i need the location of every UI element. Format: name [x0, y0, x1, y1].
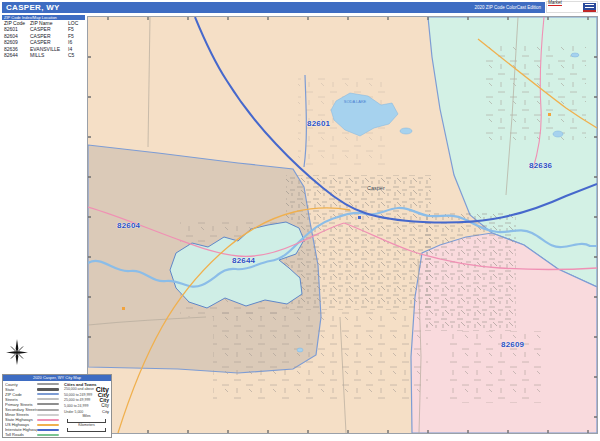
lake-label-soda-lake: SODA LAKE: [343, 100, 367, 105]
logo-badge-icon: [583, 3, 596, 12]
miles-scale-bar: [67, 419, 106, 424]
legend-item: Toll Roads: [5, 432, 62, 437]
line-sample: [37, 383, 59, 385]
logo-market-text: Market: [548, 0, 562, 6]
page-title: CASPER, WY: [6, 3, 60, 12]
streets-texture-south: [213, 310, 428, 402]
streets-texture-northeast: [486, 45, 586, 140]
title-bar: CASPER, WY 2020 ZIP Code ColorCast Editi…: [2, 2, 545, 13]
zip-label-82644: 82644: [232, 256, 255, 265]
line-sample: [37, 388, 59, 391]
table-row: 82644 MILLS C5: [2, 52, 85, 58]
legend-cities-column: Cities and Towns 250,000 and aboveCity 5…: [62, 382, 109, 438]
line-sample: [37, 414, 59, 416]
line-sample: [37, 393, 59, 395]
zip-label-82609: 82609: [501, 340, 524, 349]
scale-bars: Miles Kilometers: [64, 415, 109, 432]
zip-label-82636: 82636: [529, 161, 552, 170]
legend-line-symbols: County State ZIP Code Streets Primary St…: [5, 382, 62, 438]
publisher-logo: Market MAPS: [546, 1, 598, 13]
zip-label-82604: 82604: [117, 221, 140, 230]
edition-label: 2020 ZIP Code ColorCast Edition: [475, 5, 541, 10]
line-sample: [37, 403, 59, 405]
line-sample: [37, 398, 59, 400]
streets-texture-center: [286, 175, 431, 310]
streets-texture-southeast: [450, 331, 542, 403]
zip-code-index: ZIP Code Index/Map Location ZIP Code ZIP…: [2, 15, 85, 58]
line-sample: [37, 409, 59, 411]
line-sample: [37, 424, 59, 426]
line-sample: [37, 419, 59, 421]
line-sample: [37, 429, 59, 431]
compass-rose-icon: [5, 339, 29, 366]
line-sample: [37, 434, 59, 436]
map-canvas: 82601 82604 82609 82636 82644 Casper SOD…: [87, 16, 598, 434]
city-label-casper: Casper: [367, 185, 385, 191]
map-page: CASPER, WY 2020 ZIP Code ColorCast Editi…: [0, 0, 600, 441]
zip-label-82601: 82601: [307, 119, 330, 128]
kilometers-scale-bar: [67, 428, 106, 433]
streets-texture-east: [424, 213, 516, 331]
map-legend: 2020 Casper, WY City Map County State ZI…: [2, 374, 112, 438]
map-svg: [88, 17, 597, 433]
